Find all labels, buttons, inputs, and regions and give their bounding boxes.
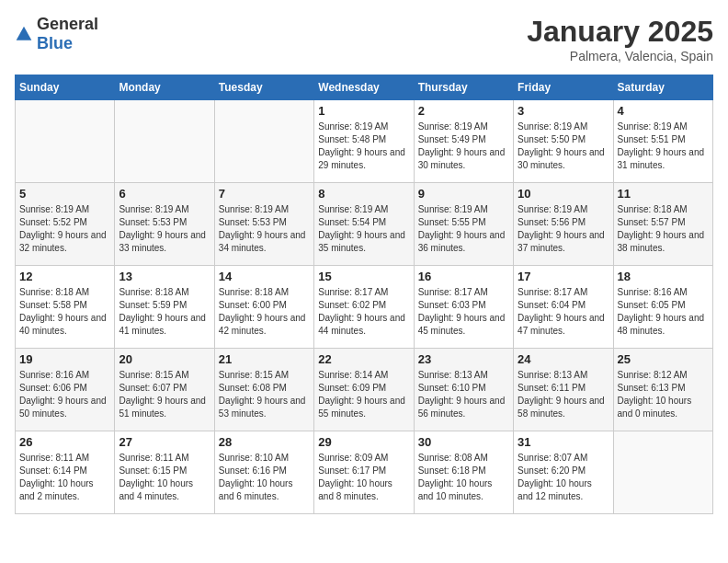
calendar-cell: 18Sunrise: 8:16 AMSunset: 6:05 PMDayligh… [613,266,712,349]
calendar-cell: 13Sunrise: 8:18 AMSunset: 5:59 PMDayligh… [115,266,214,349]
calendar-cell: 7Sunrise: 8:19 AMSunset: 5:53 PMDaylight… [214,183,313,266]
calendar-cell: 26Sunrise: 8:11 AMSunset: 6:14 PMDayligh… [16,431,115,514]
day-number: 30 [418,435,509,449]
day-info: Sunrise: 8:17 AMSunset: 6:02 PMDaylight:… [318,286,409,338]
title-block: January 2025 Palmera, Valencia, Spain [527,15,713,63]
day-of-week-sunday: Sunday [16,75,115,100]
day-info: Sunrise: 8:19 AMSunset: 5:54 PMDaylight:… [318,203,409,255]
day-number: 8 [318,187,409,201]
logo-general-text: General [37,15,98,33]
day-number: 10 [518,187,609,201]
day-of-week-monday: Monday [115,75,214,100]
calendar-cell [16,100,115,183]
day-of-week-friday: Friday [514,75,613,100]
calendar-cell: 21Sunrise: 8:15 AMSunset: 6:08 PMDayligh… [214,349,313,431]
day-info: Sunrise: 8:07 AMSunset: 6:20 PMDaylight:… [518,452,609,503]
day-number: 29 [318,435,409,449]
day-info: Sunrise: 8:19 AMSunset: 5:56 PMDaylight:… [518,203,609,255]
day-of-week-wednesday: Wednesday [314,75,414,100]
week-row-3: 12Sunrise: 8:18 AMSunset: 5:58 PMDayligh… [16,266,713,349]
calendar-cell: 8Sunrise: 8:19 AMSunset: 5:54 PMDaylight… [314,183,414,266]
calendar-cell: 11Sunrise: 8:18 AMSunset: 5:57 PMDayligh… [613,183,712,266]
day-number: 22 [318,352,409,366]
calendar-cell: 1Sunrise: 8:19 AMSunset: 5:48 PMDaylight… [314,100,414,183]
day-of-week-thursday: Thursday [414,75,513,100]
day-info: Sunrise: 8:09 AMSunset: 6:17 PMDaylight:… [318,452,409,503]
page-header: General Blue January 2025 Palmera, Valen… [15,15,713,63]
calendar-subtitle: Palmera, Valencia, Spain [527,49,713,63]
calendar-cell: 31Sunrise: 8:07 AMSunset: 6:20 PMDayligh… [514,431,613,514]
day-number: 15 [318,270,409,283]
day-info: Sunrise: 8:13 AMSunset: 6:10 PMDaylight:… [418,369,509,420]
calendar-cell: 30Sunrise: 8:08 AMSunset: 6:18 PMDayligh… [414,431,513,514]
day-number: 6 [119,187,210,201]
week-row-5: 26Sunrise: 8:11 AMSunset: 6:14 PMDayligh… [16,431,713,514]
day-info: Sunrise: 8:16 AMSunset: 6:05 PMDaylight:… [618,286,709,338]
day-info: Sunrise: 8:15 AMSunset: 6:08 PMDaylight:… [219,369,310,420]
day-info: Sunrise: 8:19 AMSunset: 5:51 PMDaylight:… [618,121,709,172]
day-number: 18 [618,270,709,283]
day-info: Sunrise: 8:18 AMSunset: 5:59 PMDaylight:… [119,286,210,338]
day-info: Sunrise: 8:19 AMSunset: 5:53 PMDaylight:… [219,203,310,255]
svg-marker-0 [17,27,32,40]
logo: General Blue [15,15,98,53]
day-info: Sunrise: 8:18 AMSunset: 5:57 PMDaylight:… [618,203,709,255]
calendar-title: January 2025 [527,15,713,49]
calendar-cell: 3Sunrise: 8:19 AMSunset: 5:50 PMDaylight… [514,100,613,183]
day-number: 14 [219,270,310,283]
day-number: 11 [618,187,709,201]
calendar-cell: 14Sunrise: 8:18 AMSunset: 6:00 PMDayligh… [214,266,313,349]
day-number: 5 [19,187,110,201]
day-of-week-saturday: Saturday [613,75,712,100]
week-row-2: 5Sunrise: 8:19 AMSunset: 5:52 PMDaylight… [16,183,713,266]
calendar-cell: 20Sunrise: 8:15 AMSunset: 6:07 PMDayligh… [115,349,214,431]
day-number: 27 [119,435,210,449]
calendar-cell: 23Sunrise: 8:13 AMSunset: 6:10 PMDayligh… [414,349,513,431]
day-number: 7 [219,187,310,201]
logo-blue-text: Blue [37,34,73,52]
day-of-week-tuesday: Tuesday [214,75,313,100]
calendar-table: SundayMondayTuesdayWednesdayThursdayFrid… [15,75,713,514]
calendar-body: 1Sunrise: 8:19 AMSunset: 5:48 PMDaylight… [16,100,713,514]
calendar-cell: 22Sunrise: 8:14 AMSunset: 6:09 PMDayligh… [314,349,414,431]
day-number: 20 [119,352,210,366]
calendar-cell: 9Sunrise: 8:19 AMSunset: 5:55 PMDaylight… [414,183,513,266]
day-info: Sunrise: 8:19 AMSunset: 5:53 PMDaylight:… [119,203,210,255]
day-info: Sunrise: 8:18 AMSunset: 6:00 PMDaylight:… [219,286,310,338]
day-info: Sunrise: 8:12 AMSunset: 6:13 PMDaylight:… [618,369,709,420]
day-number: 2 [418,104,509,118]
day-number: 25 [618,352,709,366]
day-number: 26 [19,435,110,449]
day-info: Sunrise: 8:13 AMSunset: 6:11 PMDaylight:… [518,369,609,420]
day-number: 19 [19,352,110,366]
calendar-cell: 5Sunrise: 8:19 AMSunset: 5:52 PMDaylight… [16,183,115,266]
day-number: 23 [418,352,509,366]
day-number: 13 [119,270,210,283]
day-number: 16 [418,270,509,283]
day-info: Sunrise: 8:18 AMSunset: 5:58 PMDaylight:… [19,286,110,338]
week-row-1: 1Sunrise: 8:19 AMSunset: 5:48 PMDaylight… [16,100,713,183]
day-number: 24 [518,352,609,366]
day-number: 28 [219,435,310,449]
day-info: Sunrise: 8:19 AMSunset: 5:48 PMDaylight:… [318,121,409,172]
calendar-cell [214,100,313,183]
calendar-cell: 19Sunrise: 8:16 AMSunset: 6:06 PMDayligh… [16,349,115,431]
day-info: Sunrise: 8:08 AMSunset: 6:18 PMDaylight:… [418,452,509,503]
calendar-cell: 27Sunrise: 8:11 AMSunset: 6:15 PMDayligh… [115,431,214,514]
day-number: 3 [518,104,609,118]
week-row-4: 19Sunrise: 8:16 AMSunset: 6:06 PMDayligh… [16,349,713,431]
calendar-cell: 28Sunrise: 8:10 AMSunset: 6:16 PMDayligh… [214,431,313,514]
calendar-cell [115,100,214,183]
day-info: Sunrise: 8:10 AMSunset: 6:16 PMDaylight:… [219,452,310,503]
calendar-cell: 15Sunrise: 8:17 AMSunset: 6:02 PMDayligh… [314,266,414,349]
calendar-cell: 25Sunrise: 8:12 AMSunset: 6:13 PMDayligh… [613,349,712,431]
day-info: Sunrise: 8:19 AMSunset: 5:55 PMDaylight:… [418,203,509,255]
days-of-week-row: SundayMondayTuesdayWednesdayThursdayFrid… [16,75,713,100]
day-number: 21 [219,352,310,366]
calendar-cell: 12Sunrise: 8:18 AMSunset: 5:58 PMDayligh… [16,266,115,349]
day-info: Sunrise: 8:19 AMSunset: 5:52 PMDaylight:… [19,203,110,255]
day-number: 17 [518,270,609,283]
day-number: 12 [19,270,110,283]
calendar-cell: 24Sunrise: 8:13 AMSunset: 6:11 PMDayligh… [514,349,613,431]
day-info: Sunrise: 8:17 AMSunset: 6:03 PMDaylight:… [418,286,509,338]
